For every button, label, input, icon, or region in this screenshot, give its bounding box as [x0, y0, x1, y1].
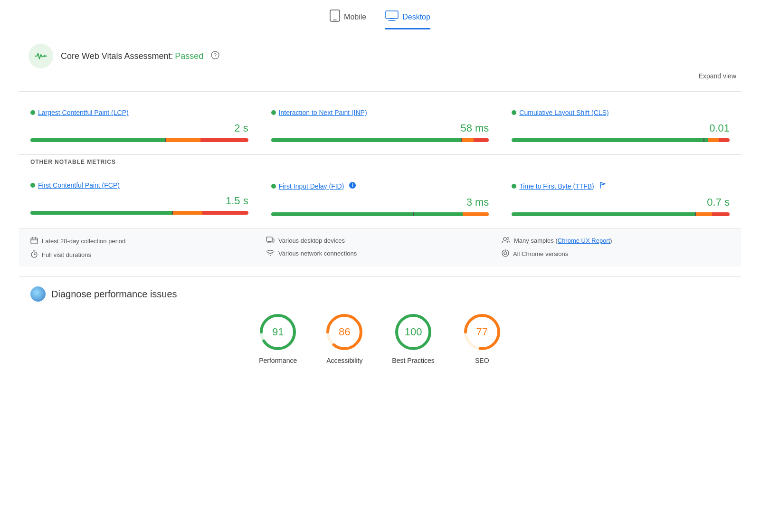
inp-value: 58 ms	[271, 122, 489, 134]
svg-line-31	[503, 252, 504, 253]
meta-samples-text: Many samples (Chrome UX Report)	[514, 237, 612, 244]
metric-cls: Cumulative Layout Shift (CLS) 0.01	[500, 101, 741, 150]
cwv-info-icon[interactable]: ?	[211, 51, 219, 61]
expand-view[interactable]: Expand view	[19, 72, 741, 80]
score-performance-value: 91	[272, 326, 284, 338]
network-icon	[266, 249, 275, 257]
users-icon	[502, 237, 510, 245]
meta-visit-duration: Full visit durations	[30, 250, 258, 259]
score-accessibility: 86 Accessibility	[325, 313, 363, 364]
inp-bar	[271, 138, 489, 142]
svg-text:?: ?	[214, 52, 217, 58]
svg-point-5	[44, 55, 46, 57]
svg-point-6	[46, 56, 47, 57]
lcp-bar	[30, 138, 248, 142]
meta-col-3: Many samples (Chrome UX Report) All Chro…	[502, 237, 730, 259]
desktop-icon	[385, 10, 399, 23]
devices-icon	[266, 237, 275, 245]
inp-name[interactable]: Interaction to Next Paint (INP)	[279, 109, 367, 116]
svg-text:i: i	[352, 183, 353, 188]
cls-name[interactable]: Cumulative Layout Shift (CLS)	[519, 109, 608, 116]
diagnose-section: Diagnose performance issues 91 Performan…	[19, 276, 741, 374]
cwv-header: Core Web Vitals Assessment: Passed ?	[19, 44, 741, 68]
cls-value: 0.01	[512, 122, 730, 134]
tab-mobile-label: Mobile	[344, 13, 366, 21]
inp-dot	[271, 110, 276, 115]
cwv-title-text: Core Web Vitals Assessment:	[61, 51, 173, 61]
metric-fid: First Input Delay (FID) i 3 ms	[260, 174, 501, 224]
cwv-title: Core Web Vitals Assessment: Passed	[61, 51, 203, 61]
other-metrics-label: OTHER NOTABLE METRICS	[19, 154, 741, 169]
lcp-value: 2 s	[30, 122, 248, 134]
cwv-status: Passed	[175, 51, 203, 61]
score-accessibility-circle: 86	[325, 313, 363, 351]
score-best-practices-label: Best Practices	[392, 357, 434, 364]
ttfb-value: 0.7 s	[512, 196, 730, 209]
svg-point-24	[270, 255, 271, 256]
core-metrics-grid: Largest Contentful Paint (LCP) 2 s Inter…	[19, 91, 741, 150]
meta-collection-period: Latest 28-day collection period	[30, 237, 258, 246]
score-seo-value: 77	[476, 326, 488, 338]
meta-section: Latest 28-day collection period Full vis…	[19, 228, 741, 267]
meta-devices-text: Various desktop devices	[278, 237, 345, 244]
metric-inp: Interaction to Next Paint (INP) 58 ms	[260, 101, 501, 150]
chrome-icon	[502, 249, 509, 258]
meta-visit-text: Full visit durations	[42, 251, 91, 258]
fid-name[interactable]: First Input Delay (FID)	[279, 182, 344, 190]
ttfb-bar	[512, 212, 730, 216]
tab-desktop[interactable]: Desktop	[385, 10, 430, 29]
meta-col-1: Latest 28-day collection period Full vis…	[30, 237, 258, 259]
ttfb-flag-icon[interactable]	[599, 181, 607, 190]
cls-bar	[512, 138, 730, 142]
score-performance-label: Performance	[259, 357, 297, 364]
score-best-practices: 100 Best Practices	[392, 313, 434, 364]
score-seo: 77 SEO	[463, 313, 501, 364]
fid-bar	[271, 212, 489, 216]
device-tabs: Mobile Desktop	[19, 10, 741, 29]
fcp-bar	[30, 211, 248, 215]
timer-icon	[30, 250, 38, 259]
scores-grid: 91 Performance 86 Accessibility	[30, 313, 730, 364]
fcp-dot	[30, 183, 35, 188]
mobile-icon	[330, 10, 340, 24]
cls-dot	[512, 110, 516, 115]
lcp-name[interactable]: Largest Contentful Paint (LCP)	[38, 109, 129, 116]
lcp-dot	[30, 110, 35, 115]
diagnose-title: Diagnose performance issues	[51, 289, 177, 300]
svg-point-28	[504, 252, 507, 255]
diagnose-header: Diagnose performance issues	[30, 286, 730, 302]
fcp-name[interactable]: First Contentful Paint (FCP)	[38, 181, 120, 189]
fid-info-icon[interactable]: i	[349, 181, 356, 190]
score-performance: 91 Performance	[259, 313, 297, 364]
calendar-icon	[30, 237, 38, 246]
score-accessibility-value: 86	[339, 326, 350, 338]
svg-rect-12	[31, 238, 38, 244]
meta-col-2: Various desktop devices Various network …	[266, 237, 494, 259]
metric-ttfb: Time to First Byte (TTFB) 0.7 s	[500, 174, 741, 224]
meta-network-text: Various network connections	[278, 250, 357, 257]
meta-grid: Latest 28-day collection period Full vis…	[30, 237, 730, 259]
ttfb-dot	[512, 184, 516, 189]
fid-dot	[271, 184, 276, 189]
svg-point-26	[507, 238, 509, 239]
ttfb-name[interactable]: Time to First Byte (TTFB)	[519, 182, 594, 190]
meta-desktop-devices: Various desktop devices	[266, 237, 494, 245]
fcp-value: 1.5 s	[30, 195, 248, 207]
svg-line-30	[507, 252, 509, 253]
tab-desktop-label: Desktop	[402, 13, 430, 21]
tab-mobile[interactable]: Mobile	[330, 10, 366, 29]
metric-fcp: First Contentful Paint (FCP) 1.5 s	[19, 174, 260, 224]
page-container: Mobile Desktop Core Web Vitals Assessmen…	[0, 0, 760, 383]
cwv-icon	[28, 44, 53, 68]
svg-point-25	[504, 238, 506, 240]
score-best-practices-value: 100	[405, 326, 422, 338]
score-accessibility-label: Accessibility	[326, 357, 362, 364]
meta-samples: Many samples (Chrome UX Report)	[502, 237, 730, 245]
meta-network: Various network connections	[266, 249, 494, 257]
score-seo-circle: 77	[463, 313, 501, 351]
score-best-practices-circle: 100	[394, 313, 432, 351]
svg-rect-20	[266, 237, 272, 241]
chrome-ux-link[interactable]: Chrome UX Report	[558, 237, 610, 244]
score-performance-circle: 91	[259, 313, 297, 351]
svg-rect-2	[386, 11, 398, 19]
